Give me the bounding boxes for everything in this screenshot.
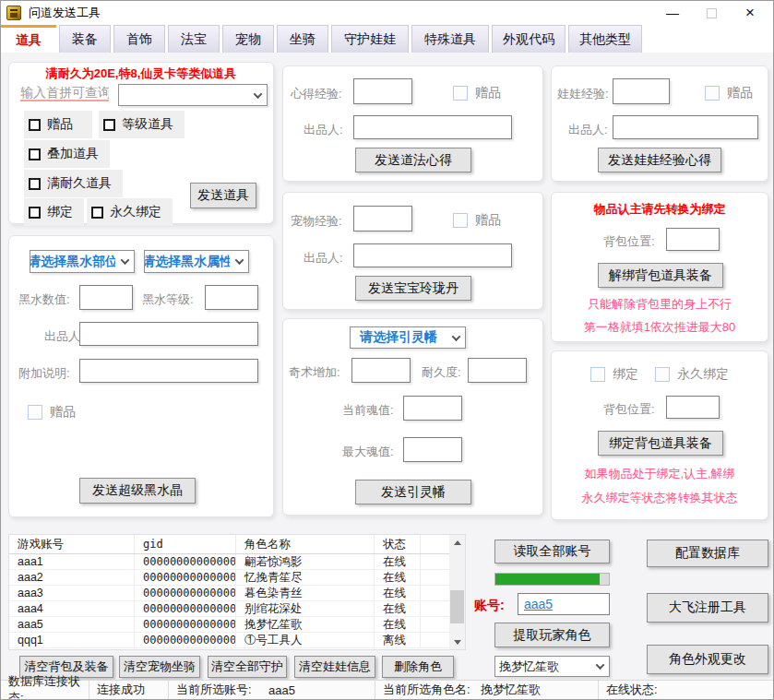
checkbox-box <box>103 119 115 131</box>
banner-max-soul-field[interactable] <box>403 437 462 462</box>
tab-appearance-code[interactable]: 外观代码 <box>492 25 566 53</box>
unbind-button[interactable]: 解绑背包道具装备 <box>598 263 723 288</box>
send-item-button[interactable]: 发送道具 <box>190 183 256 208</box>
blackwater-note-label: 附加说明: <box>18 365 70 382</box>
cell-name: 别绾花深处 <box>236 601 375 616</box>
bind-button[interactable]: 绑定背包道具装备 <box>598 431 723 456</box>
status-bar: 数据库连接状态: 连接成功 当前所选账号: aaa5 当前所选角色名: 挽梦忆笙… <box>1 680 773 699</box>
extract-roles-button[interactable]: 提取玩家角色 <box>494 623 610 647</box>
blackwater-note-field[interactable] <box>79 359 258 383</box>
status-role-value: 挽梦忆笙歌 <box>473 681 599 699</box>
cell-name: 翩若惊鸿影 <box>236 554 375 569</box>
close-button[interactable]: × <box>731 1 769 25</box>
table-scrollbar[interactable] <box>449 535 465 649</box>
minimize-button[interactable]: — <box>653 1 692 25</box>
account-input[interactable] <box>518 593 610 615</box>
send-pet-pill-button[interactable]: 发送宝宝玲珑丹 <box>355 276 471 301</box>
blackwater-gift-checkbox[interactable]: 赠品 <box>28 404 76 421</box>
cell-status: 在线 <box>375 601 421 616</box>
table-row[interactable]: aaa3 000000000000000C 暮色染青丝 在线 <box>9 586 465 601</box>
tab-treasure[interactable]: 法宝 <box>168 25 220 53</box>
clear-pet-mount-button[interactable]: 清空宠物坐骑 <box>119 656 200 678</box>
checkbox-stack-item[interactable]: 叠加道具 <box>24 140 110 168</box>
tab-items[interactable]: 道具 <box>1 25 56 53</box>
tab-special-items[interactable]: 特殊道具 <box>411 25 489 53</box>
banner-combo[interactable]: 请选择引灵幡 <box>350 326 466 349</box>
blackwater-value-field[interactable] <box>79 285 133 310</box>
read-all-accounts-button[interactable]: 读取全部账号 <box>494 540 610 564</box>
item-combo[interactable] <box>118 84 268 106</box>
table-row[interactable]: aaa4 000000000000000D 别绾花深处 在线 <box>9 601 465 617</box>
checkbox-full-durability[interactable]: 满耐久道具 <box>24 170 123 197</box>
doll-exp-label: 娃娃经验: <box>557 86 609 102</box>
blackwater-maker-field[interactable] <box>79 322 258 346</box>
dafei-register-tool-button[interactable]: 大飞注册工具 <box>647 593 768 623</box>
cell-name: 挽梦忆笙歌 <box>236 617 375 632</box>
banner-durability-field[interactable] <box>468 358 527 383</box>
checkbox-label: 等级道具 <box>122 116 173 133</box>
clear-doll-info-button[interactable]: 清空娃娃信息 <box>294 656 375 678</box>
send-blackwater-button[interactable]: 发送超级黑水晶 <box>79 478 196 504</box>
chevron-down-icon <box>230 251 248 272</box>
role-combo[interactable]: 挽梦忆笙歌 <box>494 656 610 677</box>
blackwater-attr-combo[interactable]: 请选择黑水属性 <box>144 250 249 273</box>
banner-qishu-field[interactable] <box>351 358 411 383</box>
pet-exp-field[interactable] <box>353 206 412 231</box>
blackwater-level-field[interactable] <box>205 285 258 310</box>
send-insight-button[interactable]: 发送道法心得 <box>355 148 471 172</box>
cell-account: aaa4 <box>9 601 135 616</box>
scroll-up-icon[interactable] <box>449 535 465 550</box>
perm-bind-checkbox[interactable]: 永久绑定 <box>655 366 729 383</box>
pet-maker-field[interactable] <box>353 243 512 267</box>
bind-note-2: 永久绑定等状态将转换其状态 <box>552 490 768 506</box>
table-row[interactable]: aaa1 000000000000000A 翩若惊鸿影 在线 <box>9 554 465 570</box>
doll-gift-checkbox[interactable]: 赠品 <box>705 85 753 101</box>
tab-jewelry[interactable]: 首饰 <box>113 25 165 53</box>
bind-checkbox[interactable]: 绑定 <box>590 366 638 383</box>
blackwater-part-combo[interactable]: 请选择黑水部位 <box>30 250 135 273</box>
send-banner-button[interactable]: 发送引灵幡 <box>355 480 471 504</box>
doll-exp-field[interactable] <box>613 78 670 104</box>
banner-current-soul-label: 当前魂值: <box>342 402 394 419</box>
table-row[interactable]: aaa2 000000000000000B 忆挽青笙尽 在线 <box>9 570 465 586</box>
maximize-button[interactable] <box>692 1 731 25</box>
role-appearance-button[interactable]: 角色外观更改 <box>647 645 768 674</box>
scrollbar-thumb[interactable] <box>450 590 464 623</box>
status-account-label: 当前所选账号: <box>169 681 261 699</box>
scroll-down-icon[interactable] <box>449 635 465 649</box>
unbind-pos-field[interactable] <box>666 228 720 251</box>
checkbox-label: 赠品 <box>727 85 753 101</box>
table-row[interactable]: qqq1 0000000000000009 ①号工具人 离线 <box>9 633 465 648</box>
checkbox-level-item[interactable]: 等级道具 <box>99 111 185 138</box>
banner-current-soul-field[interactable] <box>403 396 462 421</box>
banner-durability-label: 耐久度: <box>422 364 461 381</box>
cell-account: aaa1 <box>9 554 135 569</box>
clear-guardians-button[interactable]: 清空全部守护 <box>208 656 287 678</box>
table-row[interactable]: aaa5 000000000000000E 挽梦忆笙歌 在线 <box>9 617 465 633</box>
checkbox-label: 赠品 <box>475 85 501 101</box>
insight-gift-checkbox[interactable]: 赠品 <box>453 85 501 101</box>
cell-status: 离线 <box>375 633 421 647</box>
doll-maker-field[interactable] <box>613 115 758 139</box>
tab-pets[interactable]: 宠物 <box>222 25 274 53</box>
tab-equipment[interactable]: 装备 <box>59 25 111 53</box>
insight-exp-field[interactable] <box>353 78 412 104</box>
delete-role-button[interactable]: 删除角色 <box>382 656 454 678</box>
tab-other-types[interactable]: 其他类型 <box>568 25 642 53</box>
checkbox-gift[interactable]: 赠品 <box>24 111 92 138</box>
tab-mounts[interactable]: 坐骑 <box>277 25 328 53</box>
maximize-icon <box>707 8 717 18</box>
header-status: 状态 <box>375 535 421 553</box>
checkbox-perm-bind[interactable]: 永久绑定 <box>87 198 173 226</box>
checkbox-bind[interactable]: 绑定 <box>24 198 84 226</box>
tab-guardian-dolls[interactable]: 守护娃娃 <box>331 25 409 53</box>
item-search-input[interactable] <box>20 85 109 101</box>
bind-pos-field[interactable] <box>666 396 720 419</box>
insight-maker-field[interactable] <box>353 115 512 139</box>
bind-panel: 绑定 永久绑定 背包位置: 绑定背包道具装备 如果物品处于绑定,认主,解绑 永久… <box>551 350 768 520</box>
pet-gift-checkbox[interactable]: 赠品 <box>453 212 501 229</box>
send-doll-exp-button[interactable]: 发送娃娃经验心得 <box>598 148 721 172</box>
configure-database-button[interactable]: 配置数据库 <box>647 540 768 567</box>
blackwater-attr-combo-value: 请选择黑水属性 <box>145 251 230 272</box>
cell-account: aaa3 <box>9 586 135 600</box>
